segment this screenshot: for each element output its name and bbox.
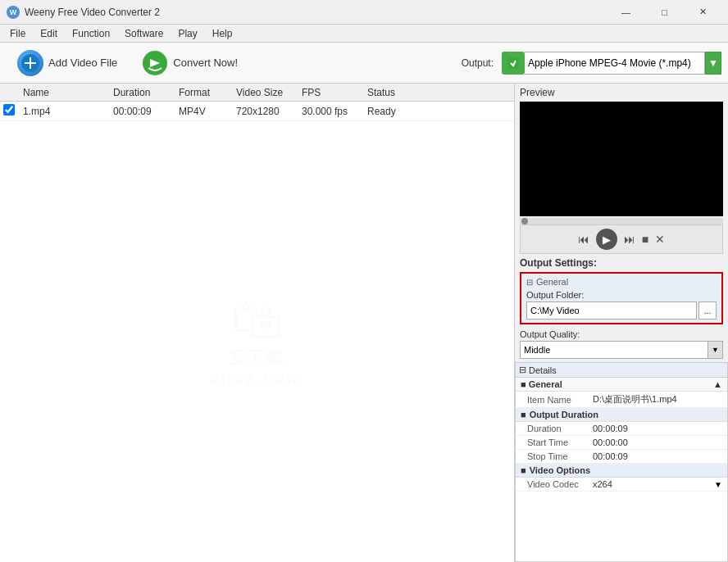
details-title: Details: [529, 365, 557, 375]
details-start-time-row: Start Time 00:00:00: [516, 436, 727, 450]
item-name-key: Item Name: [527, 395, 593, 405]
convert-now-button[interactable]: Convert Now!: [131, 46, 248, 80]
add-video-icon: [17, 50, 43, 76]
add-video-file-button[interactable]: Add Video File: [7, 46, 128, 80]
file-panel: Name Duration Format Video Size FPS Stat…: [0, 84, 515, 562]
output-folder-row: ...: [526, 301, 717, 320]
progress-thumb: [521, 218, 528, 224]
details-stop-time-row: Stop Time 00:00:09: [516, 450, 727, 464]
menu-software[interactable]: Software: [118, 26, 170, 41]
output-quality-group: Output Quality: Middle Low High ▼: [520, 329, 723, 359]
preview-video: [520, 102, 723, 216]
watermark-area: 🛍 安下载anxz.com: [0, 121, 514, 562]
details-section: ⊟ Details ■ General ▲ Item Name D:\桌面说明书…: [515, 362, 728, 562]
close-button[interactable]: ✕: [685, 4, 721, 20]
app-title: Weeny Free Video Converter 2: [25, 7, 160, 18]
convert-now-label: Convert Now!: [173, 57, 238, 69]
convert-icon: [142, 50, 168, 76]
output-format-icon: [502, 52, 525, 75]
stop-button[interactable]: ■: [642, 233, 648, 246]
preview-controls: ⏮ ▶ ⏭ ■ ✕: [520, 224, 723, 254]
details-group-output-duration: ■ Output Duration: [516, 408, 727, 422]
preview-title: Preview: [520, 87, 723, 98]
video-codec-key: Video Codec: [527, 479, 593, 489]
details-group-general: ■ General ▲: [516, 378, 727, 392]
row-status: Ready: [367, 106, 511, 117]
toolbar: Add Video File Convert Now! Output: Appl…: [0, 43, 728, 84]
menu-bar: File Edit Function Software Play Help: [0, 25, 728, 43]
details-video-codec-row: Video Codec x264 ▼: [516, 478, 727, 492]
details-duration-row: Duration 00:00:09: [516, 422, 727, 436]
general-section-header: ⊟ General: [526, 277, 717, 287]
watermark-text: 安下载anxz.com: [210, 347, 304, 389]
row-duration: 00:00:09: [113, 106, 179, 117]
svg-rect-4: [507, 57, 519, 69]
output-format-select[interactable]: Apple iPhone MPEG-4 Movie (*.mp4): [525, 52, 705, 75]
quality-select-wrapper: Middle Low High ▼: [520, 341, 723, 359]
output-folder-input[interactable]: [526, 301, 697, 320]
menu-help[interactable]: Help: [206, 26, 239, 41]
output-label: Output:: [462, 57, 494, 69]
output-duration-label: Output Duration: [530, 410, 598, 419]
details-item-name-row: Item Name D:\桌面说明书\1.mp4: [516, 392, 727, 408]
row-name: 1.mp4: [23, 106, 113, 117]
video-options-label: Video Options: [530, 465, 590, 475]
header-format: Format: [179, 87, 236, 98]
start-time-val: 00:00:00: [593, 437, 722, 447]
output-dropdown-arrow[interactable]: ▼: [705, 52, 721, 75]
svg-rect-2: [25, 62, 36, 64]
preview-progress-bar[interactable]: [520, 218, 723, 224]
watermark-bag-icon: 🛍: [231, 294, 284, 347]
details-header: ⊟ Details: [516, 363, 727, 378]
row-videosize: 720x1280: [236, 106, 302, 117]
stop-time-val: 00:00:09: [593, 451, 722, 461]
row-checkbox[interactable]: [3, 104, 23, 118]
app-icon: W: [7, 6, 20, 19]
header-name: Name: [23, 87, 113, 98]
next-button[interactable]: ⏭: [624, 233, 635, 246]
add-video-label: Add Video File: [48, 57, 117, 69]
menu-function[interactable]: Function: [66, 26, 116, 41]
output-settings-title: Output Settings:: [520, 257, 723, 269]
duration-key: Duration: [527, 424, 593, 433]
close-preview-button[interactable]: ✕: [655, 233, 665, 246]
watermark: 🛍 安下载anxz.com: [210, 294, 304, 389]
row-format: MP4V: [179, 106, 236, 117]
quality-select[interactable]: Middle Low High: [520, 341, 708, 359]
table-row[interactable]: 1.mp4 00:00:09 MP4V 720x1280 30.000 fps …: [0, 102, 514, 121]
prev-button[interactable]: ⏮: [578, 233, 589, 246]
right-panel: Preview ⏮ ▶ ⏭ ■ ✕ Output Settings: ⊟ Gen…: [515, 84, 728, 562]
browse-button[interactable]: ...: [698, 301, 717, 320]
main-layout: Name Duration Format Video Size FPS Stat…: [0, 84, 728, 562]
file-checkbox-input[interactable]: [3, 104, 15, 116]
menu-play[interactable]: Play: [171, 26, 203, 41]
output-settings: Output Settings: ⊟ General Output Folder…: [515, 254, 728, 362]
menu-file[interactable]: File: [3, 26, 32, 41]
collapse-icon[interactable]: ⊟: [526, 278, 533, 287]
output-format-selector[interactable]: Apple iPhone MPEG-4 Movie (*.mp4) ▼: [502, 52, 721, 75]
header-videosize: Video Size: [236, 87, 302, 98]
play-button[interactable]: ▶: [596, 229, 617, 250]
output-folder-label: Output Folder:: [526, 290, 717, 300]
maximize-button[interactable]: □: [646, 4, 683, 20]
minimize-button[interactable]: —: [607, 4, 644, 20]
row-fps: 30.000 fps: [302, 106, 367, 117]
video-options-icon: ■: [521, 465, 526, 475]
video-codec-val: x264: [593, 479, 714, 489]
file-table-header: Name Duration Format Video Size FPS Stat…: [0, 84, 514, 102]
quality-dropdown-arrow: ▼: [708, 341, 723, 359]
title-bar: W Weeny Free Video Converter 2 — □ ✕: [0, 0, 728, 25]
item-name-val: D:\桌面说明书\1.mp4: [593, 393, 722, 406]
details-collapse-icon[interactable]: ⊟: [519, 365, 526, 375]
details-group-video-options: ■ Video Options: [516, 464, 727, 478]
general-section: ⊟ General Output Folder: ...: [520, 272, 723, 324]
output-quality-label: Output Quality:: [520, 329, 723, 339]
scroll-up-icon[interactable]: ▲: [713, 379, 722, 389]
menu-edit[interactable]: Edit: [34, 26, 64, 41]
header-fps: FPS: [302, 87, 367, 98]
general-label: General: [536, 277, 568, 287]
scroll-down-icon[interactable]: ▼: [714, 480, 722, 489]
duration-val: 00:00:09: [593, 424, 722, 433]
start-time-key: Start Time: [527, 437, 593, 447]
general-group-icon: ■: [521, 379, 526, 389]
